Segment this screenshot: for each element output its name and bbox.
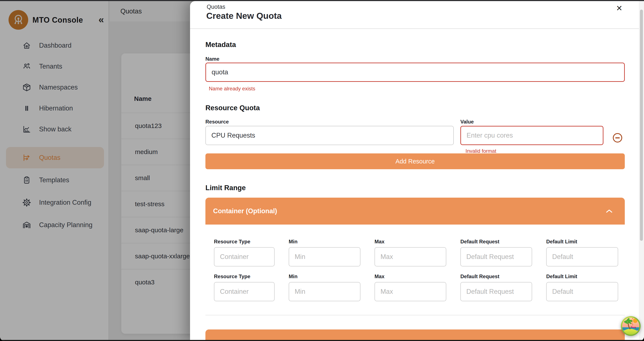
name-input[interactable] xyxy=(206,63,625,82)
default-request-label: Default Request xyxy=(460,239,500,245)
min-label: Min xyxy=(289,273,298,279)
resource-type-label: Resource Type xyxy=(214,273,250,279)
value-input[interactable] xyxy=(460,126,604,145)
header-divider xyxy=(190,29,644,29)
name-label: Name xyxy=(206,56,219,62)
resource-type-label: Resource Type xyxy=(214,239,250,245)
resource-type-input[interactable] xyxy=(214,282,274,301)
container-section-header[interactable]: Container (Optional) xyxy=(206,198,625,225)
resource-label: Resource xyxy=(206,119,229,125)
min-input[interactable] xyxy=(289,282,360,301)
pod-section-header[interactable]: Pod (Optional) xyxy=(206,329,625,341)
default-request-input[interactable] xyxy=(460,247,532,266)
limit-range-heading: Limit Range xyxy=(206,184,246,192)
vacation-badge-icon[interactable] xyxy=(620,316,641,336)
resource-select-value: CPU Requests xyxy=(212,132,255,139)
modal-title: Create New Quota xyxy=(206,11,282,21)
window-bottom-edge xyxy=(0,340,644,341)
add-resource-button[interactable]: Add Resource xyxy=(206,153,625,169)
default-limit-input[interactable] xyxy=(546,282,618,301)
value-label: Value xyxy=(460,119,474,125)
container-section-panel: Resource Type Min Max Default Request De… xyxy=(206,225,625,315)
max-label: Max xyxy=(374,239,384,245)
resource-type-input[interactable] xyxy=(214,247,274,266)
min-label: Min xyxy=(289,239,298,245)
default-limit-input[interactable] xyxy=(546,247,618,266)
default-request-label: Default Request xyxy=(460,273,500,279)
container-section-title: Container (Optional) xyxy=(213,207,277,215)
modal-scrollbar-track xyxy=(639,1,644,341)
max-input[interactable] xyxy=(374,282,446,301)
default-request-input[interactable] xyxy=(460,282,532,301)
close-icon[interactable]: ✕ xyxy=(614,3,625,14)
resource-quota-heading: Resource Quota xyxy=(206,104,260,112)
window-top-edge xyxy=(0,0,644,1)
value-error-text: Invalid format xyxy=(466,148,496,154)
app-window: MTO Console « Dashboard Tenants Namespac… xyxy=(0,0,644,341)
default-limit-label: Default Limit xyxy=(546,239,577,245)
min-input[interactable] xyxy=(289,247,360,266)
max-label: Max xyxy=(374,273,384,279)
default-limit-label: Default Limit xyxy=(546,273,577,279)
resource-select[interactable]: CPU Requests xyxy=(206,126,454,145)
name-error-text: Name already exists xyxy=(209,86,255,92)
chevron-up-icon xyxy=(606,209,613,213)
create-quota-modal: Quotas Create New Quota ✕ Metadata Name … xyxy=(190,1,644,341)
metadata-heading: Metadata xyxy=(206,41,236,49)
max-input[interactable] xyxy=(374,247,446,266)
modal-scrollbar[interactable] xyxy=(640,10,643,241)
remove-resource-button[interactable] xyxy=(613,133,622,143)
modal-breadcrumb: Quotas xyxy=(207,4,225,10)
